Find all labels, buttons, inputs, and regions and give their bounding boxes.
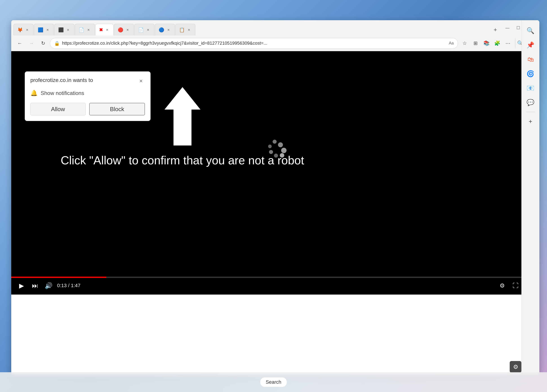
volume-icon: 🔊 [45,282,53,289]
lock-icon: 🔒 [54,41,60,46]
tab-5-favicon: ✖ [99,27,103,33]
tab-3-close[interactable]: ✕ [66,27,71,32]
taskbar: Search [0,372,547,392]
address-bar[interactable]: 🔒 https://profecrotize.co.in/click.php?k… [50,38,458,49]
new-tab-button[interactable]: + [489,24,501,35]
taskbar-search-icon: Search [260,377,287,387]
tab-4[interactable]: 📄 ✕ [75,24,95,35]
play-button[interactable]: ▶ [17,281,27,291]
forward-button[interactable]: → [27,38,36,48]
tab-2-close[interactable]: ✕ [45,27,50,32]
url-text: https://profecrotize.co.in/click.php?key… [62,41,446,46]
extensions-button[interactable]: 🧩 [492,38,502,48]
tab-1[interactable]: 🦊 ✕ [14,24,34,35]
add-icon: + [529,118,532,125]
tab-3[interactable]: ⬛ ✕ [54,24,74,35]
content-area: Click "Allow" to confirm that you are no… [11,51,539,295]
dialog-header: profecrotize.co.in wants to ✕ [30,77,145,85]
sidebar-search-button[interactable]: 🔍 [524,24,537,37]
tab-6[interactable]: 🔴 ✕ [114,24,134,35]
sidebar-outlook-button[interactable]: 📧 [524,81,537,95]
more-button[interactable]: ⋯ [503,38,513,48]
allow-button[interactable]: Allow [30,103,86,115]
video-settings-corner[interactable]: ⚙ [510,361,521,373]
back-button[interactable]: ← [15,38,25,48]
search-sidebar-icon: 🔍 [526,27,534,34]
sidebar-teams-button[interactable]: 💬 [524,96,537,109]
sidebar-favorites-button[interactable]: 📌 [524,38,537,52]
favorites-button[interactable]: ☆ [460,38,470,48]
tab-8-close[interactable]: ✕ [166,27,171,32]
taskbar-search[interactable]: Search [266,374,281,390]
collections-button[interactable]: 📚 [481,38,491,48]
tabs-container: 🦊 ✕ 🟦 ✕ ⬛ ✕ 📄 ✕ ✖ ✕ 🔴 ✕ [14,24,489,35]
progress-fill [11,277,106,278]
bell-icon: 🔔 [30,90,38,97]
svg-marker-0 [164,87,200,146]
quality-button[interactable]: ⚙ [497,281,507,291]
tab-6-close[interactable]: ✕ [125,27,130,32]
close-icon: ✕ [139,78,143,84]
browser-window: 🦊 ✕ 🟦 ✕ ⬛ ✕ 📄 ✕ ✖ ✕ 🔴 ✕ [11,20,539,375]
skip-button[interactable]: ⏭ [30,281,40,291]
dialog-site-name: profecrotize.co.in wants to [30,77,93,83]
dialog-close-button[interactable]: ✕ [137,77,145,85]
minimize-button[interactable]: — [503,24,512,32]
tab-9-close[interactable]: ✕ [186,27,191,32]
fullscreen-icon: ⛶ [513,282,519,289]
outlook-icon: 📧 [526,84,534,92]
tab-9[interactable]: 📋 ✕ [175,24,195,35]
pin-icon: 📌 [526,41,534,49]
nav-bar: ← → ↻ 🔒 https://profecrotize.co.in/click… [11,35,539,51]
tab-4-close[interactable]: ✕ [86,27,91,32]
back-icon: ← [17,40,22,46]
spinner [264,137,287,160]
tab-7-close[interactable]: ✕ [146,27,150,32]
sidebar-divider [526,112,535,112]
forward-icon: → [29,40,34,46]
time-display: 0:13 / 1:47 [57,283,81,288]
tab-9-favicon: 📋 [179,27,185,33]
tab-1-favicon: 🦊 [17,27,23,33]
copilot-icon: 🌀 [526,70,534,77]
dialog-buttons: Allow Block [30,103,145,115]
refresh-icon: ↻ [41,40,45,46]
tab-bar: 🦊 ✕ 🟦 ✕ ⬛ ✕ 📄 ✕ ✖ ✕ 🔴 ✕ [11,20,539,35]
skip-icon: ⏭ [32,282,38,289]
tab-1-close[interactable]: ✕ [25,27,30,32]
sidebar-collections-button[interactable]: 🛍 [524,53,537,66]
volume-button[interactable]: 🔊 [44,281,54,291]
tab-8[interactable]: 🔵 ✕ [155,24,175,35]
play-icon: ▶ [19,282,24,289]
more-icon: ⋯ [506,40,510,46]
collections-icon: 📚 [483,40,489,46]
progress-bar[interactable] [11,277,539,278]
extensions-icon: 🧩 [494,40,500,46]
sidebar-copilot-button[interactable]: 🌀 [524,67,537,80]
tab-2[interactable]: 🟦 ✕ [34,24,54,35]
teams-icon: 💬 [526,99,534,106]
notification-dialog: profecrotize.co.in wants to ✕ 🔔 Show not… [25,71,150,121]
gear-icon: ⚙ [499,282,505,289]
reader-view-icon: Aa [449,41,454,46]
permission-label: Show notifications [41,90,84,96]
main-area: Click "Allow" to confirm that you are no… [11,51,539,350]
sidebar-add-button[interactable]: + [524,115,537,128]
tab-7[interactable]: 📄 ✕ [134,24,154,35]
tab-5-active[interactable]: ✖ ✕ [95,24,114,35]
loading-spinner [264,137,287,160]
right-sidebar: 🔍 📌 🛍 🌀 📧 💬 + [521,20,539,375]
refresh-button[interactable]: ↻ [38,38,48,48]
split-icon: ⊞ [473,40,478,46]
split-view-button[interactable]: ⊞ [471,38,480,48]
settings-icon: ⚙ [513,364,518,371]
up-arrow-icon [160,87,205,146]
star-icon: ☆ [463,40,467,46]
tab-4-favicon: 📄 [79,27,84,33]
block-button[interactable]: Block [89,103,145,115]
video-controls: ▶ ⏭ 🔊 0:13 / 1:47 ⚙ ⛶ ⬇ [11,277,539,295]
fullscreen-button[interactable]: ⛶ [511,281,520,291]
tab-3-favicon: ⬛ [58,27,64,33]
tab-7-favicon: 📄 [138,27,144,33]
tab-5-close[interactable]: ✕ [105,27,110,32]
